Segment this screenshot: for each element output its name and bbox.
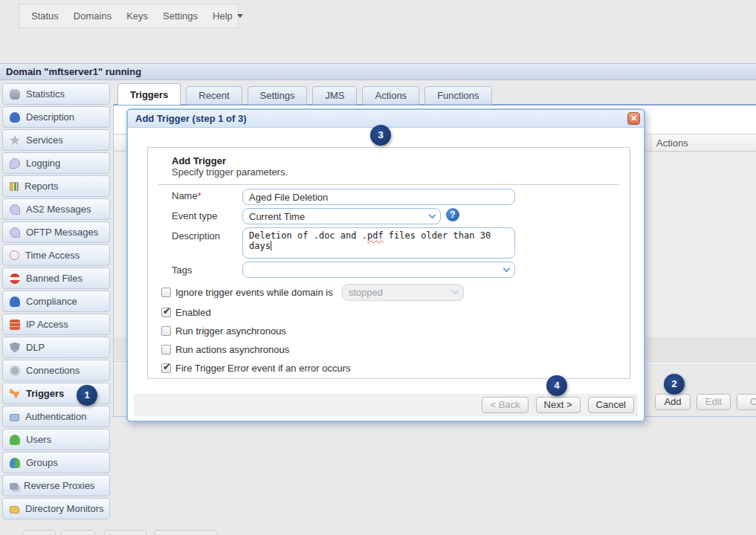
enabled-row: ✔ Enabled <box>161 307 211 318</box>
banned-files-icon <box>10 273 20 284</box>
run-actions-async-checkbox[interactable] <box>161 345 171 354</box>
add-trigger-dialog: Add Trigger (step 1 of 3) ✕ Add Trigger … <box>126 108 645 422</box>
required-asterisk: * <box>198 190 201 201</box>
sidebar-item-dlp[interactable]: DLP <box>2 337 110 358</box>
sidebar-item-label: DLP <box>26 342 45 353</box>
sidebar-item-banned-files[interactable]: Banned Files <box>2 268 110 289</box>
description-icon <box>10 112 20 123</box>
event-type-label: Event type <box>172 210 217 221</box>
sidebar-item-reports[interactable]: Reports <box>2 175 110 197</box>
statistics-icon <box>10 89 20 100</box>
callout-badge-4: 4 <box>546 375 567 396</box>
description-textarea[interactable]: Deletion of .doc and .pdf files older th… <box>242 227 515 259</box>
sidebar-item-reverse-proxies[interactable]: Reverse Proxies <box>2 475 110 496</box>
menu-item-label: Domains <box>74 10 112 22</box>
bottom-button-4[interactable] <box>154 530 218 535</box>
sidebar-item-ip-access[interactable]: IP Access <box>2 314 110 335</box>
tags-combobox[interactable] <box>242 262 515 278</box>
users-icon <box>10 435 20 445</box>
description-label: Description <box>172 230 220 241</box>
copy-trigger-button[interactable]: Co <box>737 394 756 410</box>
sidebar-item-connections[interactable]: Connections <box>2 360 110 381</box>
sidebar-item-label: Services <box>26 134 63 146</box>
add-trigger-button[interactable]: Add <box>655 394 691 410</box>
event-type-select[interactable]: Current Time <box>242 208 441 224</box>
sidebar-item-label: Connections <box>26 365 80 376</box>
bottom-button-2[interactable] <box>61 530 95 535</box>
sidebar-item-label: Description <box>26 111 74 123</box>
tab-settings[interactable]: Settings <box>248 86 308 105</box>
connections-icon <box>10 366 20 376</box>
bottom-button-1[interactable] <box>22 530 56 535</box>
dialog-title: Add Trigger (step 1 of 3) <box>128 110 644 128</box>
tab-actions[interactable]: Actions <box>362 86 419 105</box>
cancel-button[interactable]: Cancel <box>588 397 634 413</box>
chevron-down-icon <box>429 211 436 218</box>
dlp-icon <box>10 343 20 353</box>
tab-recent[interactable]: Recent <box>186 86 242 105</box>
domain-state-select[interactable]: stopped <box>342 284 464 301</box>
sidebar-item-label: Statistics <box>26 88 65 100</box>
sidebar-item-statistics[interactable]: Statistics <box>2 83 110 105</box>
as2-messages-icon <box>10 204 20 215</box>
fire-trigger-error-checkbox[interactable]: ✔ <box>161 363 171 373</box>
column-separator <box>650 134 651 151</box>
sidebar-item-as2-messages[interactable]: AS2 Messages <box>2 198 110 220</box>
menu-item-status[interactable]: Status <box>24 10 66 22</box>
sidebar-item-logging[interactable]: Logging <box>2 152 110 174</box>
sidebar-item-label: Compliance <box>26 296 77 307</box>
menu-item-label: Help <box>213 10 233 22</box>
sidebar-item-label: Reverse Proxies <box>24 480 94 491</box>
tab-triggers[interactable]: Triggers <box>117 83 181 105</box>
sidebar-item-description[interactable]: Description <box>2 106 110 128</box>
sidebar-item-label: OFTP Messages <box>26 227 98 238</box>
tags-label: Tags <box>172 265 192 276</box>
text-caret <box>271 241 271 250</box>
sidebar-item-directory-monitors[interactable]: Directory Monitors <box>2 498 110 519</box>
run-actions-async-label: Run actions asynchronous <box>175 344 289 355</box>
sidebar-item-label: Triggers <box>26 388 64 399</box>
menu-item-domains[interactable]: Domains <box>66 10 119 22</box>
sidebar-item-label: Logging <box>26 158 60 169</box>
enabled-checkbox[interactable]: ✔ <box>161 308 171 317</box>
back-button[interactable]: < Back <box>482 397 528 413</box>
edit-trigger-button[interactable]: Edit <box>697 394 731 410</box>
chevron-down-icon <box>503 265 511 272</box>
sidebar-item-groups[interactable]: Groups <box>2 452 110 473</box>
fire-trigger-error-label: Fire Trigger Error event if an error occ… <box>175 363 351 374</box>
ignore-while-domain-checkbox[interactable] <box>161 288 171 297</box>
run-actions-async-row: Run actions asynchronous <box>161 344 289 355</box>
top-menubar: StatusDomainsKeysSettingsHelp <box>19 4 239 28</box>
sidebar-item-services[interactable]: Services <box>2 129 110 151</box>
sidebar-item-oftp-messages[interactable]: OFTP Messages <box>2 221 110 243</box>
authentication-icon <box>10 414 19 421</box>
menu-item-help[interactable]: Help <box>205 10 251 22</box>
run-trigger-async-checkbox[interactable] <box>161 326 171 336</box>
wizard-panel-header: Add Trigger Specify trigger parameters. <box>158 155 619 185</box>
enabled-label: Enabled <box>175 307 211 318</box>
description-text-1: Deletion of .doc and . <box>249 230 367 241</box>
sidebar-item-time-access[interactable]: Time Access <box>2 244 110 266</box>
description-misspelled-word: pdf <box>367 230 384 241</box>
sidebar-item-label: Time Access <box>25 250 80 261</box>
sidebar-item-users[interactable]: Users <box>2 429 110 450</box>
tab-jms[interactable]: JMS <box>312 86 357 105</box>
menu-item-keys[interactable]: Keys <box>119 10 155 22</box>
menu-item-settings[interactable]: Settings <box>155 10 205 22</box>
tab-functions[interactable]: Functions <box>424 86 491 105</box>
help-icon[interactable]: ? <box>446 208 459 221</box>
column-header-actions: Actions <box>656 134 688 152</box>
sidebar-item-label: AS2 Messages <box>26 204 91 215</box>
reverse-proxies-icon <box>10 483 18 490</box>
bottom-button-3[interactable] <box>104 530 146 535</box>
domain-header: Domain "mftserver1" running <box>0 63 756 80</box>
close-icon[interactable]: ✕ <box>627 112 640 125</box>
domain-header-title: Domain "mftserver1" running <box>6 66 141 77</box>
wizard-panel: Add Trigger Specify trigger parameters. … <box>147 147 630 379</box>
sidebar-item-compliance[interactable]: Compliance <box>2 291 110 312</box>
logging-icon <box>10 158 20 169</box>
wizard-subheading: Specify trigger parameters. <box>172 166 619 178</box>
name-input[interactable] <box>242 189 515 205</box>
sidebar-item-authentication[interactable]: Authentication <box>2 406 110 427</box>
next-button[interactable]: Next > <box>536 397 581 413</box>
